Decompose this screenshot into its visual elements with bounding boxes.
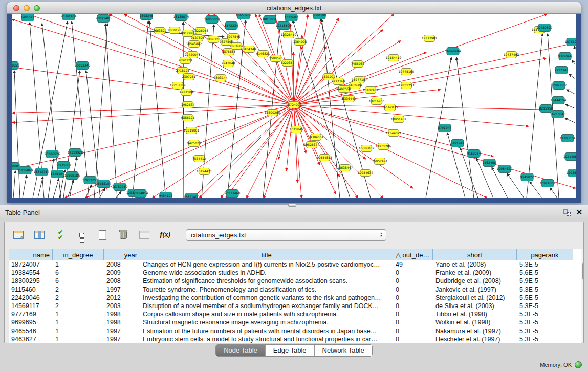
graph-node[interactable]: 12218506 — [276, 22, 292, 30]
graph-node[interactable]: 9454124 — [159, 192, 173, 199]
graph-node[interactable]: 16053809 — [204, 16, 220, 24]
table-cell[interactable]: 2008 — [104, 277, 140, 285]
table-cell[interactable]: Yano et al. (2008) — [433, 260, 517, 269]
table-row[interactable]: 911546021997Tourette syndrome. Phenomeno… — [9, 286, 581, 294]
graph-node[interactable]: 17359928 — [68, 149, 83, 157]
table-cell[interactable]: Nakamura et al. (1997) — [433, 327, 517, 335]
table-cell[interactable]: 5.3E-5 — [517, 260, 573, 269]
table-cell[interactable]: 2009 — [104, 269, 140, 277]
table-selector-dropdown[interactable]: citations_edges.txt ▲▼ — [186, 229, 386, 241]
table-row[interactable]: 1830029562008Estimation of significance … — [9, 277, 581, 285]
table-cell[interactable]: de Silva et al. (2003) — [433, 302, 517, 310]
panel-resize-handle[interactable] — [288, 204, 296, 207]
graph-node[interactable]: 18638447 — [337, 165, 353, 171]
table-cell[interactable]: 9699695 — [9, 318, 53, 326]
memory-status-indicator[interactable] — [575, 361, 582, 368]
graph-node[interactable]: 16543882 — [186, 41, 202, 48]
graph-node[interactable]: 12213389 — [170, 82, 186, 89]
table-cell[interactable]: 0 — [393, 286, 433, 294]
table-cell[interactable]: Investigating the contribution of common… — [140, 294, 393, 302]
table-cell[interactable]: 1 — [53, 260, 104, 269]
delete-table-button[interactable] — [138, 228, 151, 242]
table-cell[interactable]: 9465546 — [9, 327, 53, 335]
graph-node[interactable]: 9425023 — [187, 140, 201, 147]
graph-node[interactable]: 10107487 — [363, 87, 379, 94]
graph-node[interactable]: 9242848 — [222, 60, 235, 67]
table-cell[interactable]: 2003 — [104, 302, 140, 310]
graph-node[interactable]: 19737493 — [504, 52, 519, 58]
graph-node[interactable]: 10924501 — [540, 180, 556, 187]
graph-node[interactable]: 2397251 — [182, 74, 196, 80]
graph-node[interactable]: 19775165 — [399, 69, 415, 75]
table-cell[interactable]: Disruption of a novel member of a sodium… — [140, 302, 393, 310]
table-cell[interactable]: 2 — [53, 302, 104, 310]
table-row[interactable]: 946554611997Estimation of the future num… — [9, 327, 581, 335]
table-cell[interactable]: 5.3E-5 — [517, 302, 573, 310]
graph-node[interactable]: 9777169 — [332, 78, 345, 85]
graph-node[interactable]: 12325419 — [281, 32, 297, 38]
table-cell[interactable]: 2008 — [104, 260, 140, 269]
table-cell[interactable]: 6 — [53, 269, 104, 277]
table-cell[interactable]: 5.3E-5 — [517, 318, 573, 326]
table-cell[interactable]: 9777169 — [9, 310, 53, 318]
graph-node[interactable]: 8186328 — [207, 36, 221, 43]
graph-node[interactable]: 15057491 — [372, 158, 388, 165]
graph-node[interactable]: 10951437 — [391, 116, 407, 123]
table-cell[interactable]: Tourette syndrome. Phenomenology and cla… — [140, 286, 393, 294]
graph-node[interactable]: 17103554 — [560, 135, 576, 142]
table-cell[interactable]: Corpus callosum shape and size in male p… — [140, 310, 393, 318]
graph-node[interactable]: 30975887 — [56, 162, 72, 169]
graph-node[interactable]: 16210643 — [550, 111, 566, 118]
minimize-window-button[interactable] — [24, 5, 30, 11]
table-row[interactable]: 946362711997Embryonic stem cells: a mode… — [9, 335, 581, 343]
graph-node[interactable]: 2803144 — [214, 75, 228, 81]
zoom-window-button[interactable] — [34, 5, 40, 11]
graph-node[interactable]: 9160254 — [467, 150, 481, 158]
table-cell[interactable]: Hescheler et al. (1997) — [433, 335, 517, 343]
graph-node[interactable]: 16194471 — [197, 168, 212, 175]
network-canvas[interactable]: 7663822886012889129742322605891275051654… — [12, 14, 576, 198]
table-cell[interactable]: Estimation of the future numbers of pati… — [140, 327, 393, 335]
column-header-short[interactable]: short — [433, 249, 517, 260]
graph-node[interactable]: 10554855 — [317, 155, 333, 161]
table-cell[interactable]: 5.3E-5 — [517, 286, 573, 294]
table-cell[interactable]: 5.3E-5 — [517, 335, 573, 343]
table-cell[interactable]: Dudbridge et al. (2008) — [433, 277, 517, 285]
function-builder-button[interactable]: f(x) — [159, 228, 172, 242]
graph-node[interactable]: 20206576 — [45, 150, 60, 158]
graph-node[interactable]: 2698245 — [140, 14, 154, 20]
graph-node[interactable]: 1145194 — [51, 170, 64, 178]
column-header-name[interactable]: name — [9, 249, 53, 260]
close-panel-button[interactable]: ✕ — [576, 208, 582, 217]
graph-node[interactable]: 4927508 — [180, 89, 193, 96]
table-cell[interactable]: 6 — [53, 277, 104, 285]
table-cell[interactable]: 2012 — [104, 294, 140, 302]
graph-node[interactable]: 14955786 — [376, 143, 391, 150]
table-cell[interactable]: 0 — [393, 302, 433, 310]
tab-edge-table[interactable]: Edge Table — [265, 345, 314, 356]
graph-node[interactable]: 9162455 — [483, 159, 496, 167]
table-cell[interactable]: 0 — [393, 277, 433, 285]
graph-node[interactable]: 10954637 — [358, 170, 374, 177]
graph-node[interactable]: 2336441 — [342, 96, 356, 102]
graph-node[interactable]: 23226058 — [193, 28, 209, 34]
graph-node[interactable]: 13342757 — [34, 168, 50, 176]
graph-node[interactable]: 17855753 — [399, 82, 415, 89]
graph-node[interactable]: 19439392 — [537, 24, 553, 32]
graph-node[interactable]: 6791947 — [451, 140, 465, 147]
graph-node[interactable]: 16821400 — [184, 193, 200, 199]
table-cell[interactable]: 1997 — [104, 286, 140, 294]
table-cell[interactable]: Structural magnetic resonance image aver… — [140, 318, 393, 326]
table-cell[interactable]: 18724007 — [9, 260, 53, 269]
table-cell[interactable]: 0 — [393, 294, 433, 302]
graph-node[interactable]: 18954814 — [133, 190, 148, 198]
graph-node[interactable]: 9227343 — [555, 67, 569, 74]
network-graph[interactable]: 7663822886012889129742322605891275051654… — [12, 14, 576, 198]
table-cell[interactable]: 14569117 — [9, 302, 53, 310]
graph-node[interactable]: 8791947 — [438, 124, 452, 132]
graph-node[interactable]: 2867608 — [230, 43, 244, 50]
graph-node[interactable]: 2718126 — [176, 68, 190, 74]
table-cell[interactable]: 1 — [53, 318, 104, 326]
table-cell[interactable]: 22420046 — [9, 294, 53, 302]
table-cell[interactable]: 19384554 — [9, 269, 53, 277]
